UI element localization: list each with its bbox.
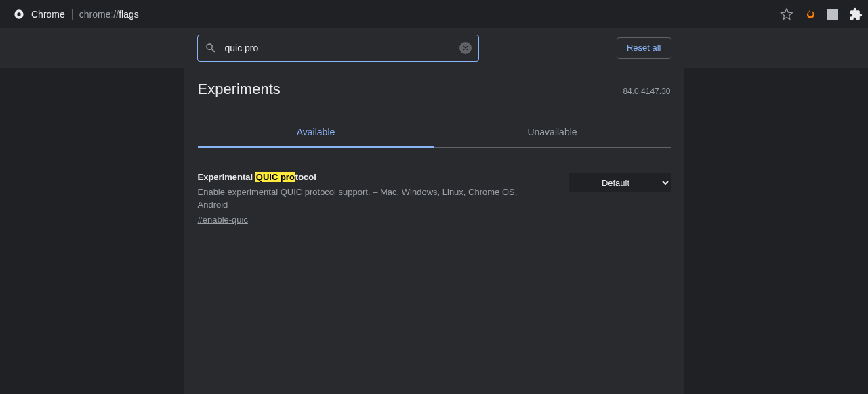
tabs: Available Unavailable <box>198 118 671 148</box>
tab-unavailable[interactable]: Unavailable <box>434 118 671 147</box>
omnibox[interactable]: Chrome chrome:// flags <box>5 4 857 24</box>
omnibox-app-name: Chrome <box>31 9 73 20</box>
omnibox-url-scheme: chrome:// <box>79 9 119 20</box>
flag-description: Enable experimental QUIC protocol suppor… <box>198 185 549 212</box>
tab-available[interactable]: Available <box>198 118 434 147</box>
flag-title: Experimental QUIC protocol <box>198 171 549 184</box>
search-field-wrapper <box>197 35 479 62</box>
page-body: Experiments 84.0.4147.30 Available Unava… <box>0 68 868 394</box>
extension-square-icon[interactable] <box>826 7 840 21</box>
flag-state-select[interactable]: Default <box>569 173 671 192</box>
clear-search-icon[interactable] <box>459 42 472 54</box>
omnibox-url-path: flags <box>119 9 139 20</box>
extension-flame-icon[interactable] <box>803 7 817 21</box>
flags-search-bar: Reset all <box>0 28 868 68</box>
extensions-puzzle-icon[interactable] <box>849 7 863 21</box>
chrome-version: 84.0.4147.30 <box>623 87 670 96</box>
search-input[interactable] <box>224 42 459 54</box>
toolbar-actions <box>780 0 863 28</box>
chrome-logo-icon <box>14 9 24 20</box>
flag-anchor-link[interactable]: #enable-quic <box>198 213 248 227</box>
chrome-toolbar: Chrome chrome:// flags <box>0 0 868 28</box>
flag-entry: Experimental QUIC protocol Enable experi… <box>198 148 671 226</box>
flag-title-post: tocol <box>295 172 316 182</box>
search-icon <box>205 42 217 54</box>
bookmark-star-icon[interactable] <box>780 7 793 21</box>
flag-title-highlight: QUIC pro <box>255 172 295 182</box>
content-column: Experiments 84.0.4147.30 Available Unava… <box>184 68 684 394</box>
svg-point-1 <box>17 12 20 16</box>
reset-all-button[interactable]: Reset all <box>617 37 671 59</box>
flag-title-pre: Experimental <box>198 172 255 182</box>
page-title: Experiments <box>198 81 281 98</box>
